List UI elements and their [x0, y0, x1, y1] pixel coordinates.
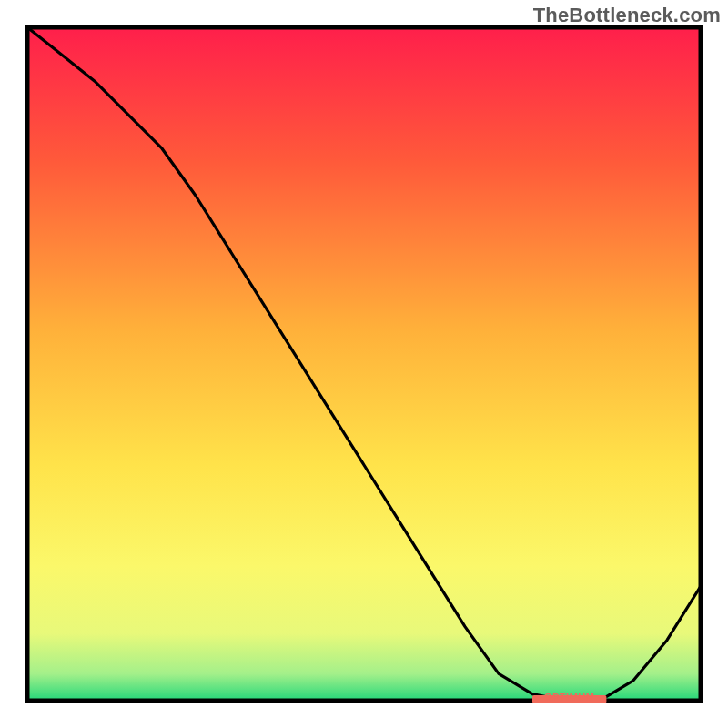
chart-stage: TheBottleneck.com OPTIMUM — [0, 0, 728, 728]
optimum-label: OPTIMUM — [544, 692, 594, 703]
bottleneck-chart: OPTIMUM — [0, 0, 728, 728]
plot-background — [27, 27, 701, 701]
